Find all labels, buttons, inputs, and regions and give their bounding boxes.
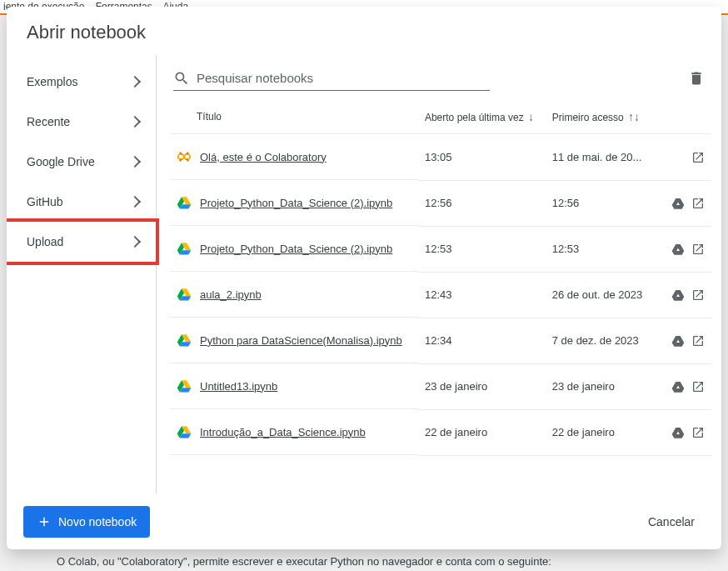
first-access-cell: 12:53: [546, 226, 653, 272]
drive-icon: [177, 287, 192, 302]
last-opened-cell: 12:53: [418, 226, 546, 272]
sort-icon: ↑↓: [628, 110, 640, 123]
actions-cell: [653, 226, 711, 272]
sidebar-item-upload[interactable]: Upload: [7, 218, 159, 265]
last-opened-cell: 13:05: [418, 134, 546, 181]
sidebar-item-google-drive[interactable]: Google Drive: [7, 142, 156, 182]
notebook-link[interactable]: Python para DataScience(Monalisa).ipynb: [200, 334, 402, 347]
first-access-cell: 23 de janeiro: [546, 363, 653, 409]
first-access-cell: 12:56: [546, 180, 653, 226]
open-new-tab-icon[interactable]: [691, 151, 705, 164]
notebook-link[interactable]: Olá, este é o Colaboratory: [200, 151, 327, 163]
colab-icon: [177, 149, 192, 164]
table-row[interactable]: Projeto_Python_Data_Science (2).ipynb12:…: [170, 180, 711, 226]
notebook-link[interactable]: Untitled13.ipynb: [200, 380, 277, 393]
table-row[interactable]: Projeto_Python_Data_Science (2).ipynb12:…: [170, 226, 711, 272]
open-in-drive-icon[interactable]: [671, 380, 685, 393]
last-opened-cell: 12:43: [418, 272, 546, 318]
first-access-cell: 26 de out. de 2023: [546, 272, 653, 318]
open-notebook-dialog: Abrir notebook Exemplos Recente Google D…: [7, 7, 721, 549]
chevron-right-icon: [129, 116, 141, 128]
cancel-button[interactable]: Cancelar: [638, 507, 705, 537]
first-access-cell: 11 de mai. de 20...: [546, 134, 653, 181]
notebook-table: Título Aberto pela última vez ↓ Primeiro…: [170, 100, 711, 456]
background-text: O Colab, ou "Colaboratory", permite escr…: [57, 555, 551, 568]
actions-cell: [653, 180, 711, 226]
open-in-drive-icon[interactable]: [671, 334, 685, 348]
sidebar-item-label: Exemplos: [27, 75, 77, 88]
dialog-footer: Novo notebook Cancelar: [7, 494, 721, 549]
table-row[interactable]: Olá, este é o Colaboratory13:0511 de mai…: [170, 134, 711, 181]
column-last-opened[interactable]: Aberto pela última vez ↓: [418, 100, 546, 134]
column-title[interactable]: Título: [170, 100, 418, 134]
chevron-right-icon: [129, 196, 141, 208]
sort-desc-icon: ↓: [528, 110, 534, 123]
actions-cell: [653, 134, 711, 181]
chevron-right-icon: [129, 76, 141, 88]
open-new-tab-icon[interactable]: [691, 334, 705, 348]
last-opened-cell: 12:56: [418, 180, 546, 226]
sidebar-item-examples[interactable]: Exemplos: [7, 62, 156, 102]
open-in-drive-icon[interactable]: [671, 426, 685, 439]
last-opened-cell: 23 de janeiro: [418, 363, 546, 409]
column-actions: [653, 100, 711, 134]
sidebar: Exemplos Recente Google Drive GitHub Upl…: [7, 55, 157, 494]
sidebar-item-github[interactable]: GitHub: [7, 182, 156, 222]
table-row[interactable]: Introdução_a_Data_Science.ipynb22 de jan…: [170, 409, 711, 455]
notebook-link[interactable]: Projeto_Python_Data_Science (2).ipynb: [200, 243, 392, 255]
sidebar-item-recent[interactable]: Recente: [7, 102, 156, 142]
open-new-tab-icon[interactable]: [691, 288, 705, 302]
search-icon: [173, 70, 190, 87]
notebook-link[interactable]: Introdução_a_Data_Science.ipynb: [200, 426, 366, 438]
drive-icon: [177, 333, 192, 348]
content-area: Título Aberto pela última vez ↓ Primeiro…: [157, 55, 721, 494]
chevron-right-icon: [129, 236, 141, 248]
drive-icon: [177, 241, 192, 256]
first-access-cell: 22 de janeiro: [546, 409, 653, 455]
trash-icon: [688, 70, 705, 87]
open-in-drive-icon[interactable]: [671, 243, 685, 256]
search-input[interactable]: [197, 71, 490, 85]
open-new-tab-icon[interactable]: [691, 426, 705, 439]
open-new-tab-icon[interactable]: [691, 243, 705, 256]
actions-cell: [653, 272, 711, 318]
actions-cell: [653, 318, 711, 363]
last-opened-cell: 22 de janeiro: [418, 409, 546, 455]
actions-cell: [653, 363, 711, 409]
plus-icon: [37, 514, 52, 529]
actions-cell: [653, 409, 711, 455]
table-row[interactable]: Untitled13.ipynb23 de janeiro23 de janei…: [170, 363, 711, 409]
sidebar-item-label: Google Drive: [27, 155, 95, 168]
open-in-drive-icon[interactable]: [671, 197, 685, 210]
drive-icon: [177, 378, 192, 393]
drive-icon: [177, 195, 192, 210]
delete-button[interactable]: [685, 67, 708, 93]
chevron-right-icon: [129, 156, 141, 168]
new-notebook-label: Novo notebook: [58, 515, 137, 528]
table-row[interactable]: aula_2.ipynb12:4326 de out. de 2023: [170, 272, 711, 318]
notebook-link[interactable]: Projeto_Python_Data_Science (2).ipynb: [200, 197, 392, 209]
first-access-cell: 7 de dez. de 2023: [546, 318, 653, 363]
sidebar-item-label: GitHub: [27, 195, 63, 208]
column-label: Aberto pela última vez: [425, 112, 524, 123]
dialog-title: Abrir notebook: [7, 7, 721, 55]
column-label: Primeiro acesso: [552, 112, 624, 123]
open-new-tab-icon[interactable]: [691, 197, 705, 210]
open-new-tab-icon[interactable]: [691, 380, 705, 393]
table-row[interactable]: Python para DataScience(Monalisa).ipynb1…: [170, 318, 711, 363]
drive-icon: [177, 424, 192, 439]
new-notebook-button[interactable]: Novo notebook: [23, 506, 150, 538]
notebook-table-wrap[interactable]: Título Aberto pela última vez ↓ Primeiro…: [170, 100, 711, 494]
search-box: [173, 70, 490, 91]
sidebar-item-label: Upload: [27, 235, 63, 248]
last-opened-cell: 12:34: [418, 318, 546, 363]
sidebar-item-label: Recente: [27, 115, 70, 128]
notebook-link[interactable]: aula_2.ipynb: [200, 288, 262, 301]
open-in-drive-icon[interactable]: [671, 288, 685, 302]
column-first-access[interactable]: Primeiro acesso ↑↓: [546, 100, 653, 134]
